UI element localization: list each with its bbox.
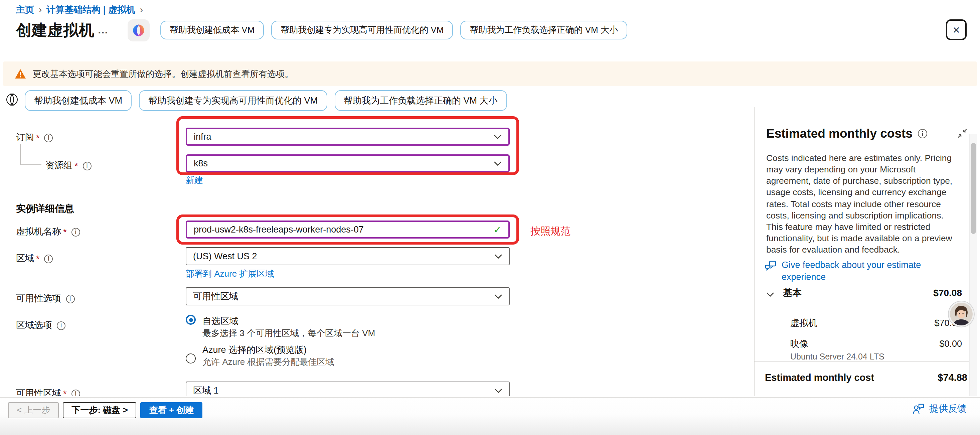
vm-name-label-text: 虚拟机名称 xyxy=(16,226,61,238)
required-mark: * xyxy=(63,227,67,237)
suggest-low-cost-vm-button[interactable]: 帮助我创建低成本 VM xyxy=(160,21,264,40)
availability-options-dropdown[interactable]: 可用性区域 xyxy=(186,287,510,305)
info-icon[interactable]: i xyxy=(83,161,92,170)
cost-panel-title-text: Estimated monthly costs xyxy=(766,126,913,141)
more-options-icon[interactable]: … xyxy=(97,24,109,36)
scrollbar-thumb[interactable] xyxy=(970,143,976,234)
cost-total-label: Estimated monthly cost xyxy=(765,372,874,383)
cost-item-row: 映像 $0.00 xyxy=(790,338,962,350)
availability-zone-label-text: 可用性区域 xyxy=(16,387,61,396)
region-label: 区域* i xyxy=(16,253,53,265)
feedback-link-text: 提供反馈 xyxy=(929,403,967,415)
subscription-label-text: 订阅 xyxy=(16,132,34,143)
copilot-button[interactable] xyxy=(127,19,150,41)
info-icon[interactable]: i xyxy=(45,133,53,142)
cost-panel-title: Estimated monthly costs i xyxy=(766,126,927,141)
chevron-down-icon xyxy=(494,253,502,259)
resource-group-label-text: 资源组 xyxy=(45,160,73,172)
breadcrumb-vm-link[interactable]: 计算基础结构 | 虚拟机 xyxy=(46,4,135,16)
cost-total-amount: $74.88 xyxy=(937,372,967,383)
breadcrumb-chevron-icon: › xyxy=(140,4,143,15)
collapse-panel-icon[interactable] xyxy=(958,128,967,140)
breadcrumb-home-link[interactable]: 主页 xyxy=(16,4,34,16)
review-create-button[interactable]: 查看 + 创建 xyxy=(141,402,203,418)
azure-selected-zone-radio[interactable] xyxy=(186,354,196,363)
cost-total-row: Estimated monthly cost $74.88 xyxy=(765,372,967,383)
required-mark: * xyxy=(75,161,78,171)
availability-zone-label: 可用性区域* i xyxy=(16,387,80,396)
tree-connector-line xyxy=(20,164,41,165)
cost-item-note: Ubuntu Server 24.04 LTS xyxy=(790,352,885,362)
next-step-disks-button[interactable]: 下一步: 磁盘 > xyxy=(63,402,136,418)
estimate-feedback-link-text: Give feedback about your estimate experi… xyxy=(781,259,948,283)
cost-group-amount: $70.08 xyxy=(933,287,962,298)
suggest-right-vm-size-button[interactable]: 帮助我为工作负载选择正确的 VM 大小 xyxy=(461,21,627,40)
tree-connector-line xyxy=(20,144,21,164)
instance-details-heading: 实例详细信息 xyxy=(16,202,74,215)
copilot-suggestions-row-2: 帮助我创建低成本 VM 帮助我创建专为实现高可用性而优化的 VM 帮助我为工作负… xyxy=(25,90,507,111)
valid-check-icon: ✓ xyxy=(493,223,502,236)
subscription-dropdown[interactable]: infra xyxy=(186,127,510,146)
info-icon[interactable]: i xyxy=(72,389,80,396)
wizard-buttons: < 上一步 下一步: 磁盘 > 查看 + 创建 xyxy=(8,402,202,418)
availability-zone-value: 区域 1 xyxy=(193,384,494,396)
warning-icon xyxy=(15,69,26,79)
person-feedback-icon xyxy=(913,403,924,414)
avatar[interactable] xyxy=(948,301,974,327)
breadcrumb-chevron-icon: › xyxy=(39,4,42,15)
subscription-label: 订阅* i xyxy=(16,132,53,143)
cost-group-row: 基本 $70.08 xyxy=(783,287,962,300)
suggest-high-availability-vm-button[interactable]: 帮助我创建专为实现高可用性而优化的 VM xyxy=(271,21,453,40)
required-mark: * xyxy=(36,133,40,143)
self-select-zones-option-label[interactable]: 自选区域 xyxy=(202,315,239,327)
vm-name-value: prod-usw2-k8s-freeleaps-worker-nodes-07 xyxy=(194,225,493,234)
info-icon[interactable]: i xyxy=(72,228,80,236)
required-mark: * xyxy=(36,253,40,264)
self-select-zones-radio[interactable] xyxy=(186,315,196,325)
availability-options-label-text: 可用性选项 xyxy=(16,293,61,305)
resource-group-value: k8s xyxy=(194,158,494,168)
annotation-note: 按照规范 xyxy=(530,225,571,238)
copilot-suggestions-row-1: 帮助我创建低成本 VM 帮助我创建专为实现高可用性而优化的 VM 帮助我为工作负… xyxy=(160,21,627,40)
chevron-down-icon xyxy=(766,292,774,297)
suggest-low-cost-vm-button[interactable]: 帮助我创建低成本 VM xyxy=(25,90,132,111)
cost-group-chevron[interactable] xyxy=(766,288,774,300)
info-icon[interactable]: i xyxy=(66,294,75,303)
previous-step-button[interactable]: < 上一步 xyxy=(8,402,59,418)
content-area: 主页 › 计算基础结构 | 虚拟机 › 创建虚拟机 … xyxy=(0,0,980,396)
info-icon[interactable]: i xyxy=(57,321,65,330)
cost-item-name: 虚拟机 xyxy=(790,317,817,330)
feedback-bubbles-icon xyxy=(765,261,776,272)
close-button[interactable]: ✕ xyxy=(946,19,967,40)
vm-name-label: 虚拟机名称* i xyxy=(16,226,80,238)
copilot-outline-icon xyxy=(5,93,19,109)
warning-banner: 更改基本选项可能会重置所做的选择。创建虚拟机前查看所有选项。 xyxy=(3,62,977,86)
deploy-extended-zone-link[interactable]: 部署到 Azure 扩展区域 xyxy=(186,268,274,280)
chevron-down-icon xyxy=(494,388,502,393)
cost-item-row: 虚拟机 $70.08 xyxy=(790,317,962,330)
footer-bar: < 上一步 下一步: 磁盘 > 查看 + 创建 提供反馈 xyxy=(0,397,980,435)
suggest-right-vm-size-button[interactable]: 帮助我为工作负载选择正确的 VM 大小 xyxy=(334,90,507,111)
availability-zone-dropdown[interactable]: 区域 1 xyxy=(186,382,510,396)
info-icon[interactable]: i xyxy=(918,129,927,138)
azure-selected-zone-option-label[interactable]: Azure 选择的区域(预览版) xyxy=(202,344,307,356)
create-new-resource-group-link[interactable]: 新建 xyxy=(186,174,203,186)
vm-name-input[interactable]: prod-usw2-k8s-freeleaps-worker-nodes-07 … xyxy=(186,220,510,239)
panel-divider xyxy=(754,107,755,396)
region-dropdown[interactable]: (US) West US 2 xyxy=(186,247,510,265)
suggest-high-availability-vm-button[interactable]: 帮助我创建专为实现高可用性而优化的 VM xyxy=(139,90,327,111)
region-value: (US) West US 2 xyxy=(193,251,494,261)
zone-options-label: 区域选项 i xyxy=(16,319,65,331)
info-icon[interactable]: i xyxy=(45,254,53,263)
warning-text: 更改基本选项可能会重置所做的选择。创建虚拟机前查看所有选项。 xyxy=(33,68,293,80)
cost-item-amount: $0.00 xyxy=(939,339,962,349)
estimate-feedback-link[interactable]: Give feedback about your estimate experi… xyxy=(765,259,948,283)
resource-group-dropdown[interactable]: k8s xyxy=(186,155,510,172)
cost-item-name: 映像 xyxy=(790,338,808,350)
breadcrumb: 主页 › 计算基础结构 | 虚拟机 › xyxy=(16,4,143,16)
availability-options-label: 可用性选项 i xyxy=(16,293,75,305)
create-vm-page: 主页 › 计算基础结构 | 虚拟机 › 创建虚拟机 … xyxy=(0,0,980,435)
zone-options-label-text: 区域选项 xyxy=(16,319,52,331)
subscription-value: infra xyxy=(194,132,494,142)
feedback-link[interactable]: 提供反馈 xyxy=(913,403,967,415)
